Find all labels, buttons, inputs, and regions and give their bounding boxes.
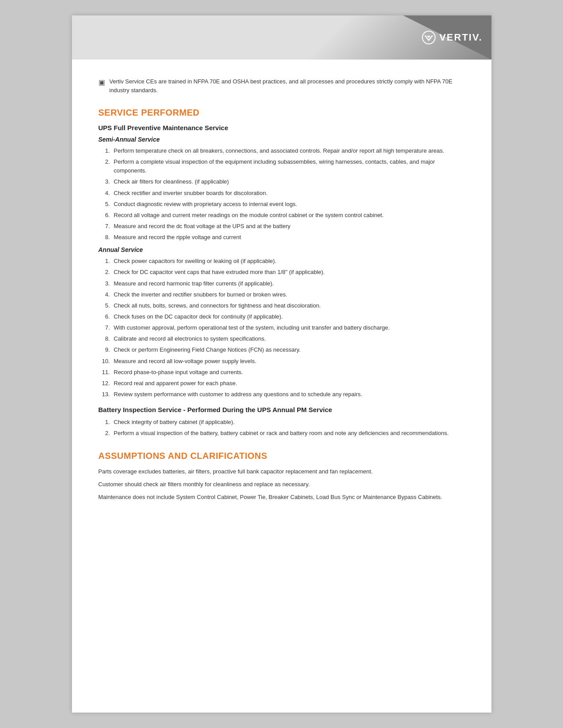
list-item: Record real and apparent power for each … <box>112 379 465 388</box>
assumptions-para-1: Parts coverage excludes batteries, air f… <box>98 467 465 477</box>
list-item: Check power capacitors for swelling or l… <box>112 257 465 266</box>
list-item: Measure and record harmonic trap filter … <box>112 279 465 288</box>
list-item: Record all voltage and current meter rea… <box>112 211 465 220</box>
list-item: Measure and record all low-voltage power… <box>112 357 465 366</box>
assumptions-para-2: Customer should check air filters monthl… <box>98 480 465 489</box>
list-item: Check or perform Engineering Field Chang… <box>112 345 465 354</box>
page-content: ▣ Vertiv Service CEs are trained in NFPA… <box>72 60 491 532</box>
service-performed-section: SERVICE PERFORMED UPS Full Preventive Ma… <box>98 108 465 438</box>
list-item: Check fuses on the DC capacitor deck for… <box>112 312 465 321</box>
notice-icon: ▣ <box>98 78 105 86</box>
semi-annual-title: Semi-Annual Service <box>98 136 465 143</box>
battery-title: Battery Inspection Service - Performed D… <box>98 406 465 413</box>
list-item: With customer approval, perform operatio… <box>112 323 465 332</box>
logo-text: VERTIV. <box>439 32 483 43</box>
company-logo: VERTIV. <box>422 30 483 45</box>
semi-annual-section: Semi-Annual Service Perform temperature … <box>98 136 465 242</box>
list-item: Perform a complete visual inspection of … <box>112 158 465 175</box>
assumptions-section: ASSUMPTIONS AND CLARIFICATIONS Parts cov… <box>98 451 465 502</box>
assumptions-title: ASSUMPTIONS AND CLARIFICATIONS <box>98 451 465 461</box>
list-item: Check for DC capacitor vent caps that ha… <box>112 268 465 277</box>
list-item: Review system performance with customer … <box>112 390 465 399</box>
list-item: Conduct diagnostic review with proprieta… <box>112 200 465 209</box>
list-item: Measure and record the ripple voltage an… <box>112 233 465 242</box>
assumptions-para-3: Maintenance does not include System Cont… <box>98 493 465 502</box>
list-item: Check integrity of battery cabinet (if a… <box>112 418 465 427</box>
list-item: Check the inverter and rectifier snubber… <box>112 290 465 299</box>
ups-pm-service-title: UPS Full Preventive Maintenance Service <box>98 124 465 131</box>
semi-annual-list: Perform temperature check on all breaker… <box>112 146 465 242</box>
list-item: Check air filters for cleanliness. (if a… <box>112 177 465 186</box>
page-header: VERTIV. <box>72 15 491 60</box>
annual-list: Check power capacitors for swelling or l… <box>112 257 465 399</box>
battery-list: Check integrity of battery cabinet (if a… <box>112 418 465 438</box>
list-item: Measure and record the dc float voltage … <box>112 222 465 231</box>
annual-section: Annual Service Check power capacitors fo… <box>98 246 465 399</box>
vertiv-logo-icon <box>422 30 436 45</box>
list-item: Calibrate and record all electronics to … <box>112 334 465 343</box>
list-item: Check all nuts, bolts, screws, and conne… <box>112 301 465 310</box>
annual-title: Annual Service <box>98 246 465 253</box>
list-item: Check rectifier and inverter snubber boa… <box>112 189 465 198</box>
battery-section: Battery Inspection Service - Performed D… <box>98 406 465 438</box>
document-page: VERTIV. ▣ Vertiv Service CEs are trained… <box>72 15 491 713</box>
list-item: Record phase-to-phase input voltage and … <box>112 368 465 377</box>
list-item: Perform a visual inspection of the batte… <box>112 429 465 438</box>
notice-text: Vertiv Service CEs are trained in NFPA 7… <box>110 77 465 94</box>
list-item: Perform temperature check on all breaker… <box>112 146 465 155</box>
service-performed-title: SERVICE PERFORMED <box>98 108 465 118</box>
notice-box: ▣ Vertiv Service CEs are trained in NFPA… <box>98 77 465 94</box>
